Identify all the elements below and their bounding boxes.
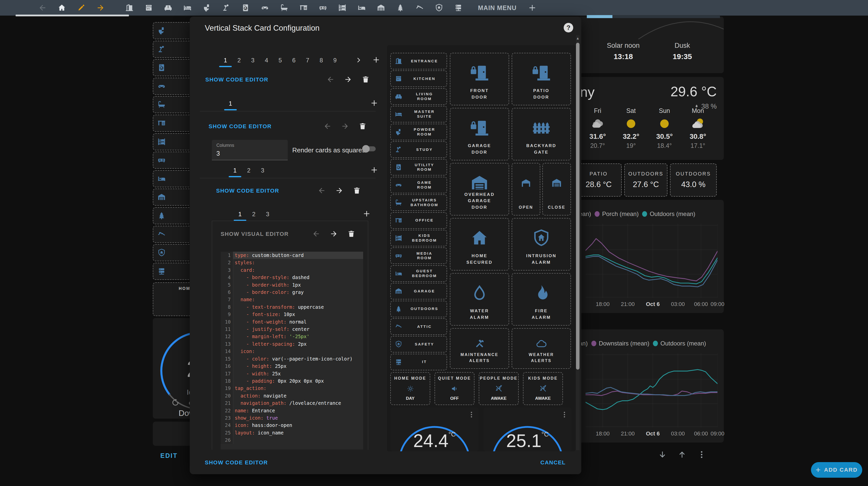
add-nested-card-button[interactable] — [370, 166, 378, 174]
show-code-editor-button[interactable]: SHOW CODE EDITOR — [205, 459, 268, 466]
delete-card-button[interactable] — [361, 74, 371, 85]
preview-card-patio-door[interactable]: PATIODOOR — [512, 53, 571, 105]
preview-card-overhead-garage-door[interactable]: OVERHEADGARAGEDOOR — [450, 163, 509, 215]
toolbar-tab-pine-tree[interactable] — [391, 0, 410, 16]
toolbar-tab-bathtub[interactable] — [274, 0, 294, 16]
scrollbar-thumb-horizontal[interactable] — [587, 15, 613, 18]
card-control-kebab[interactable] — [697, 450, 706, 459]
add-nested-card-button[interactable] — [363, 210, 371, 218]
toolbar-tab-door-open[interactable] — [120, 0, 139, 16]
preview-card-water-alarm[interactable]: WATERALARM — [450, 273, 509, 326]
card-tab-3[interactable]: 3 — [247, 57, 259, 64]
card-tab-9[interactable]: 9 — [329, 57, 341, 64]
toolbar-back-arrow-button[interactable] — [33, 0, 52, 16]
card-tab-8[interactable]: 8 — [315, 57, 328, 64]
preview-card-backyard-gate[interactable]: BACKYARDGATE — [512, 108, 571, 160]
sensor-card-outdoors[interactable]: OUTDOORS43.0 % — [670, 163, 717, 196]
preview-chip-outdoors[interactable]: OUTDOORS — [390, 301, 447, 317]
move-card-after-button[interactable] — [340, 121, 350, 131]
toolbar-tab-gamepad[interactable] — [255, 0, 274, 16]
toolbar-home-button[interactable] — [52, 0, 71, 16]
preview-chip-powder-room[interactable]: POWDERROOM — [390, 124, 447, 140]
main-menu-tab[interactable]: MAIN MENU — [478, 4, 517, 11]
preview-chip-attic[interactable]: ATTIC — [390, 318, 447, 335]
card-tab-6[interactable]: 6 — [288, 57, 300, 64]
show-code-editor-link[interactable]: SHOW CODE EDITOR — [216, 188, 279, 194]
move-card-after-button[interactable] — [334, 186, 344, 195]
add-nested-card-button[interactable] — [370, 99, 378, 107]
kebab-menu-icon[interactable] — [468, 411, 475, 418]
toolbar-tab-sofa[interactable] — [158, 0, 178, 16]
toolbar-scroll-indicator[interactable] — [16, 14, 129, 16]
preview-card-intrusion-alarm[interactable]: INTRUSIONALARM — [512, 218, 571, 271]
toolbar-tab-attic[interactable] — [410, 0, 429, 16]
toolbar-tab-washing-machine[interactable] — [236, 0, 255, 16]
preview-card-garage-door[interactable]: GARAGEDOOR — [450, 108, 509, 160]
toolbar-tab-toilet[interactable] — [197, 0, 216, 16]
show-visual-editor-link[interactable]: SHOW VISUAL EDITOR — [221, 231, 289, 237]
edit-dashboard-link[interactable]: EDIT — [160, 452, 178, 459]
toolbar-forward-arrow-button[interactable] — [91, 0, 110, 16]
more-tabs-button[interactable] — [355, 56, 363, 64]
history-graph-card[interactable]: ean)Porch (mean)Outdoors (mean)18:0021:0… — [563, 200, 724, 313]
yaml-code-editor[interactable]: 1type: custom:button-card2styles:3 card:… — [221, 252, 363, 450]
toolbar-tab-garage[interactable] — [371, 0, 391, 16]
sensor-card-patio[interactable]: PATIO28.6 °C — [576, 163, 622, 196]
toolbar-tab-projector[interactable] — [313, 0, 333, 16]
preview-thermostat-gauge[interactable]: 25.1°C — [483, 407, 572, 451]
toolbar-tab-stove[interactable] — [139, 0, 158, 16]
preview-chip-master-suite[interactable]: MASTERSUITE — [390, 106, 447, 122]
scrollbar-up-arrow[interactable]: ▲ — [576, 36, 580, 40]
move-card-before-button[interactable] — [322, 121, 333, 131]
preview-thermostat-gauge[interactable]: 24.4°C — [390, 407, 479, 451]
nested-tab-1[interactable]: 1 — [224, 100, 237, 107]
kebab-menu-icon[interactable] — [561, 411, 568, 418]
preview-chip-kids-bedroom[interactable]: KIDSBEDROOM — [390, 230, 447, 246]
preview-chip-guest-bedroom[interactable]: GUESTBEDROOM — [390, 265, 447, 282]
card-tab-5[interactable]: 5 — [274, 57, 286, 64]
nested-tab-2[interactable]: 2 — [248, 211, 260, 218]
preview-chip-kitchen[interactable]: KITCHEN — [390, 70, 447, 87]
columns-input[interactable]: Columns3 — [212, 140, 288, 160]
nested-tab-3[interactable]: 3 — [256, 167, 269, 174]
preview-chip-media-room[interactable]: MEDIAROOM — [390, 247, 447, 264]
delete-card-button[interactable] — [358, 121, 368, 131]
preview-chip-entrance[interactable]: ENTRANCE — [390, 53, 447, 69]
card-tab-2[interactable]: 2 — [233, 57, 245, 64]
preview-chip-utility-room[interactable]: UTILITYROOM — [390, 159, 447, 176]
card-tab-1[interactable]: 1 — [219, 57, 231, 64]
card-tab-7[interactable]: 7 — [302, 57, 314, 64]
preview-card-home-secured[interactable]: HOMESECURED — [450, 218, 509, 271]
preview-chip-safety[interactable]: SAFETY — [390, 336, 447, 353]
toolbar-tab-bed[interactable] — [178, 0, 197, 16]
add-card-button[interactable]: + ADD CARD — [811, 462, 862, 478]
preview-chip-living-room[interactable]: LIVINGROOM — [390, 88, 447, 105]
dialog-scrollbar-thumb[interactable] — [576, 43, 580, 370]
toolbar-tab-desk-lamp[interactable] — [216, 0, 236, 16]
preview-chip-upstairs-bathroom[interactable]: UPSTAIRSBATHROOM — [390, 194, 447, 211]
preview-card-weather-alerts[interactable]: WEATHERALERTS — [512, 328, 571, 369]
add-card-tab-button[interactable] — [372, 56, 380, 64]
preview-mode-home-mode[interactable]: HOME MODEDAY — [390, 372, 430, 405]
preview-chip-game-room[interactable]: GAMEROOM — [390, 177, 447, 193]
move-card-after-button[interactable] — [329, 229, 339, 239]
history-graph-card[interactable]: an)Downstairs (mean)Outdoors (mean)18:00… — [563, 329, 724, 443]
move-card-before-button[interactable] — [311, 229, 321, 239]
cancel-button[interactable]: CANCEL — [540, 459, 566, 466]
sensor-card-outdoors[interactable]: OUTDOORS27.6 °C — [624, 163, 668, 196]
preview-mode-people-mode[interactable]: PEOPLE MODEAWAKE — [479, 372, 519, 405]
move-card-after-button[interactable] — [343, 74, 353, 85]
show-code-editor-link[interactable]: SHOW CODE EDITOR — [209, 123, 272, 130]
nested-tab-3[interactable]: 3 — [261, 211, 274, 218]
toolbar-tab-server[interactable] — [448, 0, 468, 16]
refresh-icon[interactable] — [171, 398, 180, 407]
card-control-arrow-up[interactable] — [678, 450, 687, 459]
preview-chip-office[interactable]: OFFICE — [390, 212, 447, 229]
preview-mode-kids-mode[interactable]: KIDS MODEAWAKE — [523, 372, 563, 405]
weather-card[interactable]: ny29.6 °C38 %Fri31.6°20.7°Sat32.2°19°Sun… — [563, 77, 724, 160]
delete-card-button[interactable] — [352, 186, 362, 195]
preview-chip-study[interactable]: STUDY — [390, 141, 447, 158]
preview-card-maintenance-alerts[interactable]: MAINTENANCEALERTS — [450, 328, 509, 369]
toolbar-tab-shield-home[interactable] — [429, 0, 448, 16]
move-card-before-button[interactable] — [326, 74, 336, 85]
